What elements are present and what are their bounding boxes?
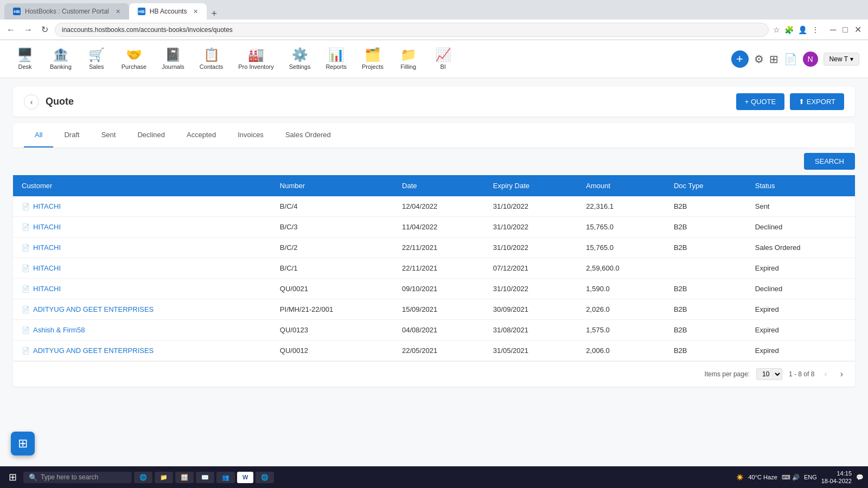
table-row[interactable]: 📄 ADITYUG AND GEET ENTERPRISES QU/0012 2… <box>13 341 855 361</box>
table-row[interactable]: 📄 ADITYUG AND GEET ENTERPRISES PI/MH/21-… <box>13 299 855 320</box>
nav-item-pro-inventory[interactable]: 🏭 Pro Inventory <box>232 44 280 74</box>
table-row[interactable]: 📄 HITACHI B/C/4 12/04/2022 31/10/2022 22… <box>13 196 855 217</box>
tab-close-2[interactable]: ✕ <box>193 8 198 15</box>
nav-item-sales[interactable]: 🛒 Sales <box>80 44 113 74</box>
tab-favicon-2: HB <box>138 8 145 15</box>
cell-customer-0[interactable]: 📄 HITACHI <box>13 196 271 217</box>
table-row[interactable]: 📄 HITACHI B/C/2 22/11/2021 31/10/2022 15… <box>13 237 855 258</box>
nav-item-banking[interactable]: 🏦 Banking <box>43 44 78 74</box>
cell-expiry-2: 31/10/2022 <box>484 237 577 258</box>
taskbar-search[interactable]: 🔍 <box>23 472 132 483</box>
table-row[interactable]: 📄 Ashish & Firm58 QU/0123 04/08/2021 31/… <box>13 320 855 341</box>
customer-link-5[interactable]: 📄 ADITYUG AND GEET ENTERPRISES <box>22 305 263 313</box>
back-button[interactable]: ‹ <box>24 94 39 110</box>
tab-accepted[interactable]: Accepted <box>176 123 227 147</box>
cell-amount-0: 22,316.1 <box>577 196 665 217</box>
table-row[interactable]: 📄 HITACHI B/C/3 11/04/2022 31/10/2022 15… <box>13 217 855 237</box>
menu-icon[interactable]: ⋮ <box>812 25 819 34</box>
grid-icon[interactable]: ⊞ <box>769 53 778 66</box>
close-browser-button[interactable]: ✕ <box>852 23 864 36</box>
customer-link-4[interactable]: 📄 HITACHI <box>22 285 263 293</box>
nav-item-desk[interactable]: 🖥️ Desk <box>9 44 41 74</box>
minimize-button[interactable]: ─ <box>828 24 838 36</box>
cell-customer-2[interactable]: 📄 HITACHI <box>13 237 271 258</box>
floating-grid-button[interactable]: ⊞ <box>11 432 35 455</box>
next-page-button[interactable]: › <box>837 368 846 380</box>
taskbar-app-mail[interactable]: ✉️ <box>196 472 214 483</box>
nav-item-reports[interactable]: 📊 Reports <box>319 44 353 74</box>
customer-link-0[interactable]: 📄 HITACHI <box>22 202 263 210</box>
customer-name-0: HITACHI <box>33 202 61 210</box>
col-status: Status <box>746 175 855 196</box>
refresh-button[interactable]: ↻ <box>39 23 50 36</box>
tab-draft[interactable]: Draft <box>53 123 90 147</box>
cell-customer-1[interactable]: 📄 HITACHI <box>13 217 271 237</box>
tab-hb-accounts[interactable]: HB HB Accounts ✕ <box>129 3 207 20</box>
nav-item-projects[interactable]: 🗂️ Projects <box>355 44 390 74</box>
tab-title-2: HB Accounts <box>150 8 187 15</box>
nav-item-filling[interactable]: 📁 Filling <box>392 44 425 74</box>
document-icon[interactable]: 📄 <box>784 53 797 66</box>
tab-invoices[interactable]: Invoices <box>227 123 275 147</box>
bookmark-icon[interactable]: ☆ <box>773 25 780 34</box>
add-quote-button[interactable]: + QUOTE <box>736 93 784 110</box>
tab-close-1[interactable]: ✕ <box>116 8 120 15</box>
customer-link-7[interactable]: 📄 ADITYUG AND GEET ENTERPRISES <box>22 346 263 355</box>
taskbar-app-chrome[interactable]: 🌐 <box>256 472 274 483</box>
forward-nav-button[interactable]: → <box>22 24 35 36</box>
profile-icon[interactable]: 👤 <box>798 25 807 34</box>
back-nav-button[interactable]: ← <box>4 24 17 36</box>
settings-gear-icon[interactable]: ⚙ <box>754 53 764 66</box>
table-row[interactable]: 📄 HITACHI QU/0021 09/10/2021 31/10/2022 … <box>13 279 855 299</box>
cell-customer-6[interactable]: 📄 Ashish & Firm58 <box>13 320 271 341</box>
add-button[interactable]: + <box>731 50 749 68</box>
notification-icon[interactable]: 💬 <box>856 474 864 481</box>
cell-doc-type-4: B2B <box>665 279 746 299</box>
customer-link-6[interactable]: 📄 Ashish & Firm58 <box>22 326 263 334</box>
nav-item-purchase[interactable]: 🤝 Purchase <box>115 44 153 74</box>
taskbar-app-edge[interactable]: 🌐 <box>134 472 152 483</box>
desk-icon: 🖥️ <box>17 48 33 61</box>
customer-link-1[interactable]: 📄 HITACHI <box>22 223 263 231</box>
taskbar-app-teams[interactable]: 👥 <box>216 472 235 483</box>
user-menu[interactable]: New T ▾ <box>824 53 859 66</box>
taskbar-app-word[interactable]: W <box>237 472 253 483</box>
nav-item-journals[interactable]: 📓 Journals <box>155 44 191 74</box>
nav-item-settings[interactable]: ⚙️ Settings <box>283 44 317 74</box>
customer-link-3[interactable]: 📄 HITACHI <box>22 264 263 272</box>
cell-number-1: B/C/3 <box>271 217 393 237</box>
prev-page-button[interactable]: ‹ <box>821 368 830 380</box>
nav-item-bi[interactable]: 📈 BI <box>427 44 459 74</box>
taskbar-sys: ☀️ 40°C Haze ⌨ 🔊 ENG 14:15 18-04-2022 💬 <box>736 470 864 485</box>
tab-declined[interactable]: Declined <box>126 123 176 147</box>
tab-all[interactable]: All <box>24 123 53 147</box>
export-button[interactable]: ⬆ EXPORT <box>790 93 844 110</box>
taskbar-app-explorer[interactable]: 📁 <box>155 472 173 483</box>
cell-customer-5[interactable]: 📄 ADITYUG AND GEET ENTERPRISES <box>13 299 271 320</box>
cell-doc-type-6: B2B <box>665 320 746 341</box>
cell-customer-7[interactable]: 📄 ADITYUG AND GEET ENTERPRISES <box>13 341 271 361</box>
extensions-icon[interactable]: 🧩 <box>784 25 794 34</box>
cell-customer-3[interactable]: 📄 HITACHI <box>13 258 271 279</box>
url-bar[interactable]: inaccounts.hostbooks.com/accounts-books/… <box>55 23 769 37</box>
avatar-icon[interactable]: N <box>803 52 818 67</box>
maximize-button[interactable]: □ <box>840 24 850 36</box>
search-button[interactable]: SEARCH <box>804 153 855 170</box>
tab-sales-ordered[interactable]: Sales Ordered <box>275 123 342 147</box>
nav-item-contacts[interactable]: 📋 Contacts <box>193 44 229 74</box>
taskbar-search-input[interactable] <box>41 473 117 481</box>
items-per-page-select[interactable]: 10 25 50 <box>756 368 782 380</box>
search-area: SEARCH <box>13 147 855 175</box>
cell-customer-4[interactable]: 📄 HITACHI <box>13 279 271 299</box>
tab-customer-portal[interactable]: HB HostBooks : Customer Portal ✕ <box>4 3 129 20</box>
user-chevron-icon: ▾ <box>850 55 853 63</box>
taskbar-app-store[interactable]: 🪟 <box>175 472 194 483</box>
start-button[interactable]: ⊞ <box>4 469 21 485</box>
table-row[interactable]: 📄 HITACHI B/C/1 22/11/2021 07/12/2021 2,… <box>13 258 855 279</box>
new-tab-button[interactable]: + <box>207 8 221 20</box>
browser-chrome: HB HostBooks : Customer Portal ✕ HB HB A… <box>0 0 868 40</box>
customer-link-2[interactable]: 📄 HITACHI <box>22 243 263 252</box>
cell-doc-type-5: B2B <box>665 299 746 320</box>
tab-sent[interactable]: Sent <box>91 123 127 147</box>
nav-label-desk: Desk <box>18 63 31 70</box>
